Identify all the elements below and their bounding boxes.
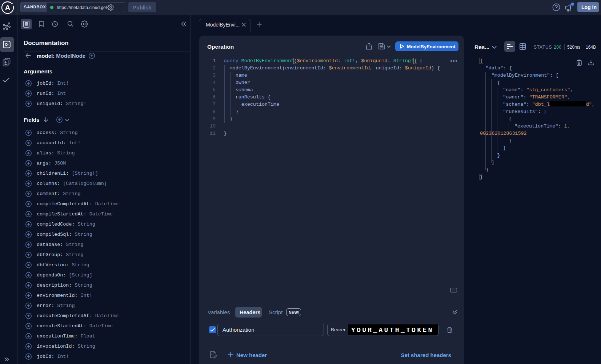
svg-text:A: A — [5, 3, 11, 12]
